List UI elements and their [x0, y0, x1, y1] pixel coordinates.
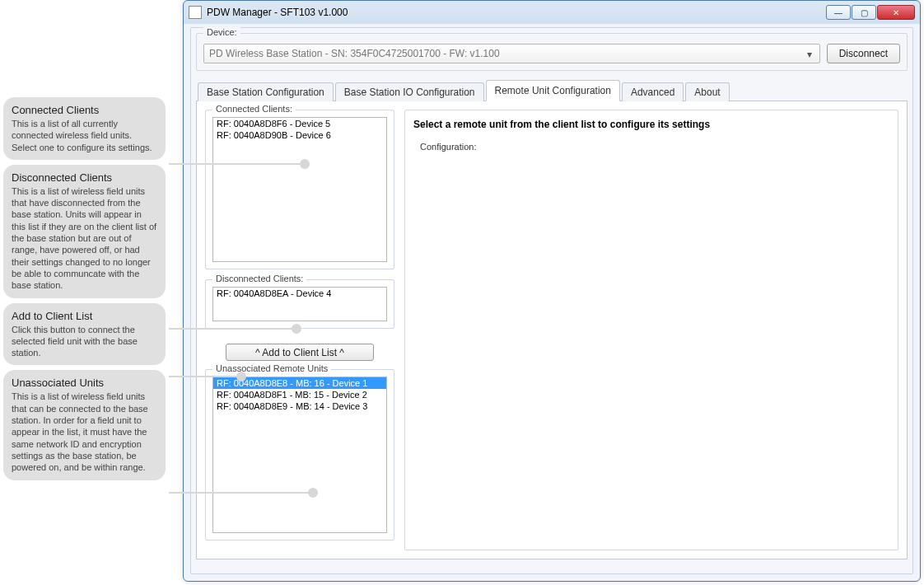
connected-clients-list[interactable]: RF: 0040A8D8F6 - Device 5RF: 0040A8D90B … [212, 117, 387, 262]
unassoc-legend: Unassociated Remote Units [212, 363, 331, 373]
connector-line [169, 376, 241, 377]
disconnected-clients-group: Disconnected Clients: RF: 0040A8D8EA - D… [205, 279, 394, 329]
annotation-title: Disconnected Clients [12, 171, 157, 184]
connector-dot [236, 372, 246, 381]
close-button[interactable]: ✕ [877, 5, 915, 20]
connector-dot [300, 159, 310, 169]
tab-base-config[interactable]: Base Station Configuration [198, 82, 334, 101]
annotation-title: Connected Clients [12, 104, 157, 116]
disconnected-clients-list[interactable]: RF: 0040A8D8EA - Device 4 [212, 287, 387, 321]
list-item[interactable]: RF: 0040A8D8F1 - MB: 15 - Device 2 [213, 389, 386, 400]
annotation-body: Click this button to connect the selecte… [12, 324, 157, 359]
disconnected-legend: Disconnected Clients: [212, 274, 306, 283]
device-combo-text: PD Wireless Base Station - SN: 354F0C472… [209, 48, 500, 59]
annotation-column: Connected Clients This is a list of all … [0, 0, 173, 585]
annotation-unassoc: Unassociated Units This is a list of wir… [3, 370, 166, 480]
annotation-disconnected: Disconnected Clients This is a list of w… [3, 165, 166, 298]
tab-base-io[interactable]: Base Station IO Configuration [335, 82, 484, 101]
list-item[interactable]: RF: 0040A8D8F6 - Device 5 [213, 118, 386, 129]
tab-advanced[interactable]: Advanced [622, 82, 684, 101]
titlebar[interactable]: PDW Manager - SFT103 v1.000 — ▢ ✕ [184, 1, 920, 24]
annotation-body: This is a list of wireless field units t… [12, 185, 157, 292]
disconnect-label: Disconnect [839, 48, 888, 59]
connector-line [169, 492, 313, 494]
annotation-body: This is a list of wireless field units t… [12, 391, 157, 473]
minimize-button[interactable]: — [826, 5, 851, 20]
tab-container: Base Station Configuration Base Station … [196, 79, 908, 559]
connected-clients-group: Connected Clients: RF: 0040A8D8F6 - Devi… [205, 110, 394, 269]
tab-remote[interactable]: Remote Unit Configuration [486, 80, 620, 101]
unassociated-group: Unassociated Remote Units RF: 0040A8D8E8… [205, 369, 394, 541]
list-item[interactable]: RF: 0040A8D90B - Device 6 [213, 129, 386, 141]
annotation-title: Add to Client List [12, 310, 157, 322]
maximize-button[interactable]: ▢ [852, 5, 876, 20]
add-button-label: ^ Add to Client List ^ [255, 347, 344, 358]
config-heading: Select a remote unit from the client lis… [413, 119, 891, 130]
disconnect-button[interactable]: Disconnect [827, 44, 900, 63]
connector-line [169, 328, 296, 330]
annotation-add: Add to Client List Click this button to … [3, 303, 166, 366]
list-item[interactable]: RF: 0040A8D8E9 - MB: 14 - Device 3 [213, 400, 386, 412]
list-item[interactable]: RF: 0040A8D8EA - Device 4 [213, 288, 386, 299]
connector-dot [308, 488, 318, 498]
tab-bar: Base Station Configuration Base Station … [196, 79, 908, 101]
connector-line [169, 163, 305, 165]
window-buttons: — ▢ ✕ [826, 5, 915, 20]
annotation-connected: Connected Clients This is a list of all … [3, 97, 166, 160]
app-window: PDW Manager - SFT103 v1.000 — ▢ ✕ Device… [183, 0, 921, 582]
window-title: PDW Manager - SFT103 v1.000 [207, 7, 348, 18]
config-label: Configuration: [420, 142, 891, 152]
config-panel: Select a remote unit from the client lis… [404, 110, 898, 550]
annotation-title: Unassociated Units [12, 377, 157, 389]
connector-dot [292, 324, 301, 334]
chevron-down-icon: ▾ [803, 48, 816, 61]
device-combo[interactable]: PD Wireless Base Station - SN: 354F0C472… [203, 44, 820, 63]
tab-about[interactable]: About [685, 82, 729, 101]
tab-page-remote: Connected Clients: RF: 0040A8D8F6 - Devi… [196, 101, 908, 559]
unassociated-list[interactable]: RF: 0040A8D8E8 - MB: 16 - Device 1RF: 00… [212, 377, 387, 533]
device-legend: Device: [203, 27, 240, 37]
app-icon [189, 6, 202, 19]
annotation-body: This is a list of all currently connecte… [12, 118, 157, 153]
add-to-client-list-button[interactable]: ^ Add to Client List ^ [226, 344, 374, 361]
connected-legend: Connected Clients: [212, 104, 296, 114]
device-group: Device: PD Wireless Base Station - SN: 3… [196, 33, 908, 71]
